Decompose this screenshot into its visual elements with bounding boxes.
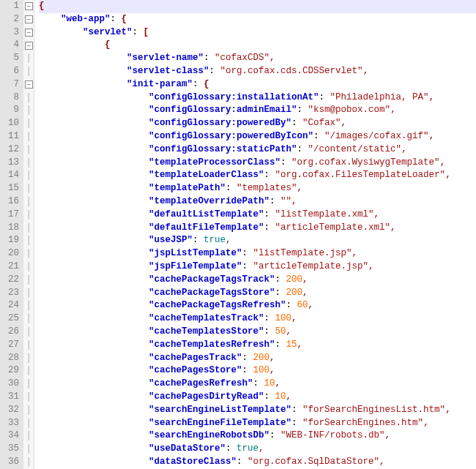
token-key: "init-param" [127, 79, 193, 89]
line-number: 27 [1, 339, 19, 352]
token-colon: : [226, 183, 237, 193]
code-line[interactable]: "templatePath": "templates", [39, 182, 476, 195]
code-line[interactable]: "searchEngineRobotsDb": "WEB-INF/robots.… [39, 429, 476, 443]
fold-guide-icon: │ [23, 391, 34, 404]
line-number: 22 [1, 274, 19, 287]
token-str: "org.cofax.FilesTemplateLoader" [275, 170, 446, 180]
code-line[interactable]: "cacheTemplatesTrack": 100, [39, 312, 476, 326]
token-key: "templatePath" [149, 183, 226, 193]
fold-guide-icon: │ [23, 299, 34, 312]
token-str: "cofaxCDS" [215, 53, 269, 63]
fold-toggle-icon[interactable]: − [23, 13, 34, 26]
token-key: "configGlossary:adminEmail" [149, 105, 297, 115]
code-line[interactable]: "cachePagesDirtyRead": 10, [39, 391, 476, 404]
code-line[interactable]: "servlet-name": "cofaxCDS", [39, 52, 476, 65]
code-line[interactable]: "configGlossary:staticPath": "/content/s… [39, 143, 476, 157]
code-line[interactable]: "useDataStore": true, [39, 443, 476, 456]
token-str: "forSearchEngines.htm" [302, 418, 423, 428]
code-line[interactable]: { [39, 0, 476, 13]
token-colon: : [269, 430, 280, 440]
token-colon: : [291, 118, 302, 128]
fold-guide-icon: │ [23, 312, 34, 326]
fold-guide-icon: │ [23, 352, 34, 365]
line-number: 36 [1, 456, 19, 469]
code-editor[interactable]: 1234567891011121314151617181920212223242… [0, 0, 476, 469]
token-key: "cachePackageTagsRefresh" [149, 300, 286, 310]
code-line[interactable]: "jspListTemplate": "listTemplate.jsp", [39, 247, 476, 260]
fold-toggle-icon[interactable]: − [23, 26, 34, 40]
token-colon: : [226, 443, 237, 454]
code-line[interactable]: "configGlossary:installationAt": "Philad… [39, 91, 476, 105]
code-line[interactable]: "searchEngineListTemplate": "forSearchEn… [39, 404, 476, 417]
code-line[interactable]: "web-app": { [39, 13, 476, 26]
code-line[interactable]: "init-param": { [39, 78, 476, 91]
fold-toggle-icon[interactable]: − [23, 39, 34, 52]
fold-guide-icon: │ [23, 209, 34, 222]
code-line[interactable]: "servlet-class": "org.cofax.cds.CDSServl… [39, 65, 476, 78]
line-number: 31 [1, 391, 19, 404]
code-line[interactable]: "cacheTemplatesStore": 50, [39, 326, 476, 339]
token-punc: , [341, 118, 347, 128]
fold-toggle-icon[interactable]: − [23, 78, 34, 91]
token-brace: { [39, 1, 45, 11]
token-brace: { [105, 40, 111, 50]
line-number: 35 [1, 443, 19, 456]
token-punc: , [379, 457, 385, 467]
fold-column[interactable]: −−−−││−│││││││││││││││││││││││││││││ [23, 0, 34, 469]
code-area[interactable]: { "web-app": { "servlet": [ { "servlet-n… [34, 0, 476, 469]
code-line[interactable]: "configGlossary:poweredByIcon": "/images… [39, 130, 476, 143]
code-line[interactable]: "cachePackageTagsRefresh": 60, [39, 299, 476, 312]
token-str: "/content/static" [308, 144, 402, 154]
token-colon: : [269, 196, 280, 206]
code-line[interactable]: "cachePackageTagsStore": 200, [39, 287, 476, 300]
code-line[interactable]: "defaultListTemplate": "listTemplate.xml… [39, 209, 476, 222]
code-line[interactable]: "useJSP": true, [39, 234, 476, 247]
token-colon: : [193, 79, 204, 89]
line-number: 2 [1, 13, 19, 26]
code-line[interactable]: "cachePackageTagsTrack": 200, [39, 274, 476, 287]
code-line[interactable]: "configGlossary:poweredBy": "Cofax", [39, 117, 476, 130]
fold-guide-icon: │ [23, 274, 34, 287]
token-punc: , [302, 288, 308, 298]
code-line[interactable]: "templateProcessorClass": "org.cofax.Wys… [39, 157, 476, 170]
code-line[interactable]: "cacheTemplatesRefresh": 15, [39, 339, 476, 352]
line-number: 5 [1, 52, 19, 65]
token-key: "configGlossary:installationAt" [149, 92, 319, 102]
token-colon: : [237, 457, 248, 467]
token-punc: , [401, 144, 407, 154]
code-line[interactable]: "defaultFileTemplate": "articleTemplate.… [39, 222, 476, 235]
token-punc: , [269, 365, 275, 375]
line-number: 30 [1, 378, 19, 391]
code-line[interactable]: "cachePagesStore": 100, [39, 364, 476, 378]
token-key: "searchEngineRobotsDb" [149, 430, 269, 440]
code-line[interactable]: "cachePagesRefresh": 10, [39, 378, 476, 391]
code-line[interactable]: "templateLoaderClass": "org.cofax.FilesT… [39, 169, 476, 182]
token-bool: true [237, 443, 259, 454]
line-number: 24 [1, 299, 19, 312]
token-colon: : [264, 222, 275, 233]
token-colon: : [242, 261, 253, 271]
token-punc: , [445, 170, 451, 180]
fold-guide-icon: │ [23, 195, 34, 209]
code-line[interactable]: "cachePagesTrack": 200, [39, 352, 476, 365]
fold-guide-icon: │ [23, 182, 34, 195]
code-line[interactable]: "configGlossary:adminEmail": "ksm@pobox.… [39, 104, 476, 117]
token-colon: : [319, 92, 330, 102]
token-key: "defaultListTemplate" [149, 209, 264, 220]
token-key: "configGlossary:poweredBy" [149, 118, 291, 128]
code-line[interactable]: "templateOverridePath": "", [39, 195, 476, 209]
token-key: "configGlossary:staticPath" [149, 144, 297, 154]
token-key: "servlet-name" [127, 53, 204, 63]
line-number: 33 [1, 417, 19, 430]
token-colon: : [111, 14, 122, 24]
code-line[interactable]: { [39, 39, 476, 52]
token-colon: : [275, 339, 286, 350]
token-key: "cachePagesDirtyRead" [149, 391, 264, 402]
code-line[interactable]: "servlet": [ [39, 26, 476, 40]
code-line[interactable]: "dataStoreClass": "org.cofax.SqlDataStor… [39, 456, 476, 469]
code-line[interactable]: "jspFileTemplate": "articleTemplate.jsp"… [39, 260, 476, 274]
fold-guide-icon: │ [23, 456, 34, 469]
line-number: 3 [1, 26, 19, 40]
code-line[interactable]: "searchEngineFileTemplate": "forSearchEn… [39, 417, 476, 430]
fold-toggle-icon[interactable]: − [23, 0, 34, 13]
